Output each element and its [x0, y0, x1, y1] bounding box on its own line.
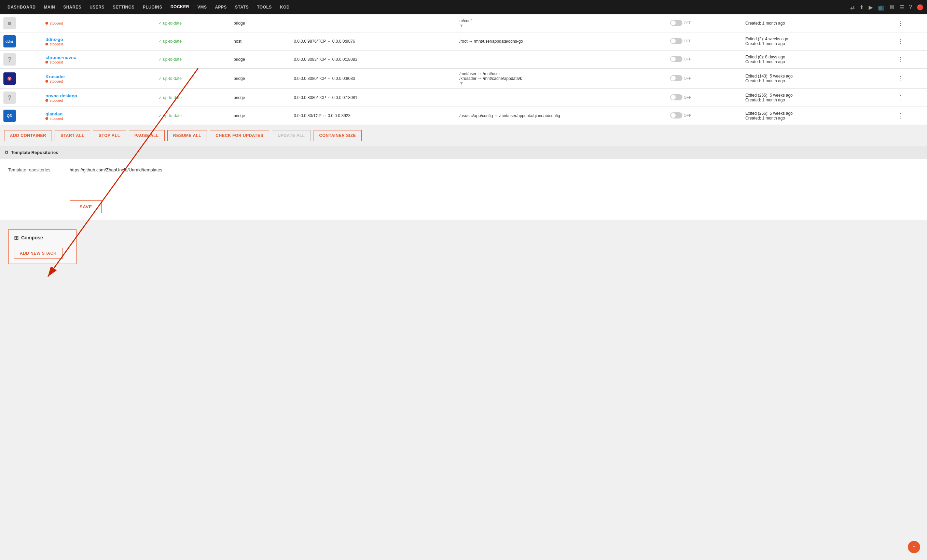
- container-size-button[interactable]: CONTAINER SIZE: [313, 130, 362, 141]
- toggle-label: OFF: [684, 57, 691, 61]
- nav-vms[interactable]: VMS: [193, 0, 211, 14]
- uptodate-cell: ✓ up-to-date: [155, 50, 230, 68]
- nav-kod[interactable]: KOD: [276, 0, 294, 14]
- toggle-slider[interactable]: [670, 94, 682, 100]
- more-cell: ⋮: [892, 50, 927, 68]
- status-dot: [46, 80, 48, 83]
- nav-stats[interactable]: STATS: [231, 0, 253, 14]
- arrow-up-icon: ↑: [913, 543, 916, 551]
- uptodate-badge: ✓ up-to-date: [158, 57, 182, 62]
- container-name-cell: Krusader stopped: [42, 68, 155, 89]
- more-options-button[interactable]: ⋮: [896, 56, 905, 63]
- help-icon[interactable]: ?: [909, 4, 912, 10]
- container-toggle[interactable]: OFF: [670, 75, 691, 81]
- terminal-icon[interactable]: ▶: [869, 4, 873, 11]
- nav-docker[interactable]: DOCKER: [166, 0, 193, 14]
- paths-cell: /root ↔ /mnt/user/appdata/ddns-go: [456, 32, 667, 50]
- container-icon: ddns: [3, 35, 16, 47]
- paths-cell: [456, 50, 667, 68]
- container-icon: ♈: [3, 72, 16, 85]
- toggle-label: OFF: [684, 113, 691, 117]
- resume-all-button[interactable]: RESUME ALL: [167, 130, 207, 141]
- start-all-button[interactable]: START ALL: [55, 130, 90, 141]
- toggle-cell: OFF: [667, 107, 742, 125]
- toggle-slider[interactable]: [670, 56, 682, 62]
- menu-icon[interactable]: ☰: [899, 4, 904, 11]
- info-cell: Exited (255): 5 weeks ago Created: 1 mon…: [742, 89, 892, 107]
- add-container-button[interactable]: ADD CONTAINER: [4, 130, 52, 141]
- toggle-cell: OFF: [667, 68, 742, 89]
- container-status: stopped: [46, 21, 151, 25]
- more-options-button[interactable]: ⋮: [896, 112, 905, 119]
- container-status: stopped: [46, 79, 151, 83]
- more-options-button[interactable]: ⋮: [896, 75, 905, 82]
- nav-shares[interactable]: SHARES: [59, 0, 85, 14]
- ports-cell: 0.0.0.0:8080/TCP ↔ 0.0.0.0:18081: [290, 89, 456, 107]
- more-options-button[interactable]: ⋮: [896, 38, 905, 45]
- network-cell: bridge: [230, 68, 290, 89]
- container-link[interactable]: qiandao: [46, 111, 151, 117]
- power-icon[interactable]: 🔴: [917, 4, 924, 11]
- toggle-slider[interactable]: [670, 75, 682, 81]
- nav-settings[interactable]: SETTINGS: [109, 0, 139, 14]
- container-toggle[interactable]: OFF: [670, 94, 691, 100]
- nav-apps[interactable]: APPS: [211, 0, 231, 14]
- container-icon-cell: QD: [0, 107, 42, 125]
- display-icon[interactable]: 📺: [877, 4, 884, 11]
- monitor-icon[interactable]: 🖥: [889, 4, 895, 10]
- status-dot: [46, 99, 48, 102]
- container-link[interactable]: ddns-go: [46, 37, 151, 42]
- chevron-down-icon[interactable]: ▼: [459, 81, 663, 86]
- action-buttons-row: ADD CONTAINER START ALL STOP ALL PAUSE A…: [0, 125, 927, 146]
- nav-users[interactable]: USERS: [85, 0, 109, 14]
- more-options-button[interactable]: ⋮: [896, 20, 905, 27]
- more-options-button[interactable]: ⋮: [896, 94, 905, 101]
- container-name-cell: ddns-go stopped: [42, 32, 155, 50]
- toggle-label: OFF: [684, 76, 691, 80]
- container-status: stopped: [46, 42, 151, 46]
- container-toggle[interactable]: OFF: [670, 20, 691, 26]
- ports-cell: 0.0.0.0:8080/TCP ↔ 0.0.0.0:8080: [290, 68, 456, 89]
- container-icon: ■: [3, 17, 16, 29]
- pause-all-button[interactable]: PAUSE ALL: [129, 130, 165, 141]
- container-link[interactable]: novnc-desktop: [46, 93, 151, 98]
- container-toggle[interactable]: OFF: [670, 56, 691, 62]
- toggle-slider[interactable]: [670, 20, 682, 26]
- upload-icon[interactable]: ⬆: [859, 4, 864, 11]
- container-icon-cell: ■: [0, 14, 42, 32]
- uptodate-cell: ✓ up-to-date: [155, 14, 230, 32]
- info-cell: Exited (143): 5 weeks ago Created: 1 mon…: [742, 68, 892, 89]
- exit-info: Exited (255): 5 weeks ago: [745, 93, 889, 98]
- scroll-up-button[interactable]: ↑: [908, 541, 920, 553]
- toggle-slider[interactable]: [670, 112, 682, 118]
- container-toggle[interactable]: OFF: [670, 112, 691, 118]
- toggle-slider[interactable]: [670, 38, 682, 44]
- container-icon: ?: [3, 53, 16, 65]
- network-cell: host: [230, 32, 290, 50]
- update-all-button[interactable]: UPDATE ALL: [272, 130, 311, 141]
- compose-title: Compose: [21, 235, 43, 240]
- nav-plugins[interactable]: PLUGINS: [139, 0, 166, 14]
- exit-info: Exited (255): 5 weeks ago: [745, 111, 889, 116]
- toggle-cell: OFF: [667, 32, 742, 50]
- check-for-updates-button[interactable]: CHECK FOR UPDATES: [210, 130, 269, 141]
- sync-icon[interactable]: ⇄: [850, 4, 855, 11]
- container-link[interactable]: Krusader: [46, 74, 151, 79]
- add-new-stack-button[interactable]: ADD NEW STACK: [14, 248, 62, 259]
- container-name-cell: chrome-novnc stopped: [42, 50, 155, 68]
- uptodate-badge: ✓ up-to-date: [158, 21, 182, 26]
- container-icon-cell: ♈: [0, 68, 42, 89]
- stop-all-button[interactable]: STOP ALL: [93, 130, 126, 141]
- chevron-down-icon[interactable]: ▼: [459, 23, 663, 28]
- container-link[interactable]: chrome-novnc: [46, 55, 151, 60]
- container-icon: QD: [3, 109, 16, 122]
- save-button[interactable]: SAVE: [70, 200, 102, 213]
- nav-dashboard[interactable]: DASHBOARD: [3, 0, 40, 14]
- container-toggle[interactable]: OFF: [670, 38, 691, 44]
- template-url-input[interactable]: [70, 182, 268, 190]
- nav-tools[interactable]: TOOLS: [253, 0, 276, 14]
- paths-cell: m/conf ▼: [456, 14, 667, 32]
- ports-cell: 0.0.0.0:8083/TCP ↔ 0.0.0.0:18083: [290, 50, 456, 68]
- nav-main[interactable]: MAIN: [40, 0, 59, 14]
- paths-cell: /usr/src/app/config ↔ /mnt/user/appdata/…: [456, 107, 667, 125]
